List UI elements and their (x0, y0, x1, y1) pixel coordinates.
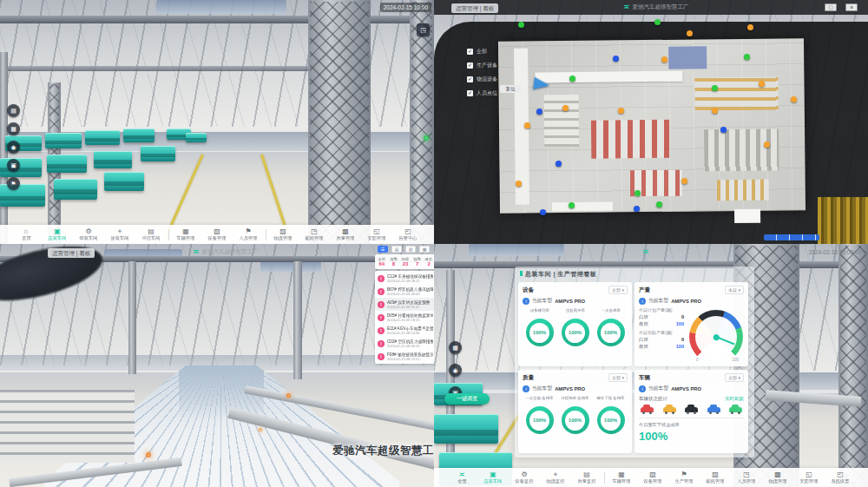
status-marker[interactable] (764, 141, 770, 148)
alarm-list-item[interactable]: ! D05# 拧紧枪扭矩数据异常 2024-02-15 09:18:25 (375, 311, 434, 324)
toolbar-item[interactable]: ▤ 质量监控 (573, 469, 602, 486)
status-marker[interactable] (536, 109, 542, 115)
layer-legend-row[interactable]: ✓ 物流设备 (467, 76, 497, 83)
toolbar-item[interactable] (168, 229, 169, 240)
viewport-plant-map[interactable]: 运营管理 | 看板 ≍ 爱驰汽车超级智慧工厂 ▢ ≡ ✓ 全部 ✓ 生产设备 (434, 0, 868, 244)
toolbar-item[interactable]: ◳ 人员管理 (733, 469, 761, 486)
status-marker[interactable] (712, 108, 718, 114)
agv-unit[interactable] (45, 133, 82, 148)
toolbar-item[interactable]: ≍ 全景 (448, 469, 477, 486)
corner-widget-button[interactable]: ◳ (417, 23, 430, 36)
camera-reset-button[interactable]: 复位 (500, 85, 521, 93)
toolbar-item[interactable]: ▧ 设备管理 (639, 469, 667, 486)
checkbox-checked-icon[interactable]: ✓ (467, 76, 473, 82)
car-icon[interactable] (707, 407, 720, 412)
toolbar-item[interactable]: ▣ 总装车间 (479, 469, 508, 486)
toolbar-item[interactable]: ◱ 安防管理 (363, 226, 391, 243)
status-marker[interactable] (759, 81, 765, 87)
toolbar-item[interactable]: ◳ 能耗管理 (300, 226, 329, 243)
viewport-3d-assembly[interactable]: ▤▦◉▣⚑ 2024-02-15 10:00 ◳ ⌂ 首页 ▣ 总装车间 ⚙ 焊… (0, 0, 434, 244)
toolbar-item[interactable]: ◱ 安防管理 (795, 469, 824, 486)
status-marker[interactable] (618, 108, 624, 114)
alarm-stat-column[interactable]: 报警 8 (388, 256, 400, 267)
toolbar-item[interactable]: ▦ 车辆管理 (608, 469, 636, 486)
toolbar-item[interactable]: ⚑ 人员管理 (234, 226, 263, 243)
alarm-tab[interactable]: ▦ (419, 246, 430, 253)
car-icon[interactable] (641, 407, 654, 412)
alarm-stat-column[interactable]: 全部 64 (376, 256, 388, 267)
alarm-tab[interactable]: ▥ (405, 246, 416, 253)
layer-legend-row[interactable]: ✓ 生产设备 (467, 62, 497, 69)
poi-badge[interactable]: ◉ (449, 364, 462, 377)
toolbar-item[interactable]: ▩ 质量管理 (332, 226, 360, 243)
toolbar-item[interactable]: ▤ 冲压车间 (137, 226, 166, 243)
map-menu-button[interactable]: ≡ (845, 3, 858, 11)
alarm-list-item[interactable]: ! A03# 涂装烘房温度预警 2024-02-15 09:31:47 (375, 298, 434, 311)
toolbar-item[interactable] (266, 229, 266, 240)
status-marker[interactable] (634, 206, 640, 212)
poi-badge[interactable]: ⚑ (7, 177, 20, 190)
status-link[interactable]: 实时刷新 (725, 396, 744, 402)
alarm-list-item[interactable]: ! B07# 焊装机器人通讯故障 2024-02-15 09:46:03 (375, 285, 434, 298)
alarm-list-item[interactable]: ! F08# 输送链润滑系统提示 2024-02-15 08:22:51 (375, 350, 434, 363)
alarm-stat-column[interactable]: 故障 23 (399, 256, 411, 267)
toolbar-item[interactable]: ▨ 能耗管理 (701, 469, 730, 486)
viewport-production-dashboard[interactable]: ▦◉▣ 一键调度 ≍ 2024-02-15 10:00:00 总装车间 | 生产… (434, 244, 868, 487)
poi-badge[interactable]: ▦ (449, 341, 462, 354)
toolbar-item[interactable]: ⌂ 首页 (12, 226, 41, 243)
layer-legend-row[interactable]: ✓ 全部 (467, 48, 497, 56)
status-marker[interactable] (661, 56, 667, 63)
alarm-tab[interactable]: ▤ (391, 246, 402, 253)
agv-unit[interactable] (85, 130, 120, 145)
car-icon[interactable] (729, 407, 742, 412)
agv-dispatch-button[interactable]: 一键调度 (444, 393, 490, 405)
toolbar-item[interactable]: ⌖ 物流监控 (542, 469, 570, 486)
agv-unit[interactable] (434, 414, 498, 444)
agv-unit[interactable] (186, 133, 207, 142)
toolbar-item[interactable] (604, 472, 605, 484)
layer-legend-row[interactable]: ✓ 人员点位 (467, 89, 497, 97)
agv-unit[interactable] (54, 179, 97, 200)
toolbar-item[interactable]: ▣ 总装车间 (43, 226, 72, 243)
toolbar-item[interactable]: ⚑ 生产管理 (670, 469, 699, 486)
agv-unit[interactable] (47, 155, 87, 173)
checkbox-checked-icon[interactable]: ✓ (467, 49, 473, 55)
toolbar-item[interactable]: ◰ 告警中心 (394, 226, 423, 243)
agv-unit[interactable] (94, 151, 132, 168)
player-position-marker[interactable] (533, 77, 550, 91)
status-marker[interactable] (556, 161, 562, 167)
filter-dropdown[interactable]: 全部 ▾ (725, 373, 744, 382)
map-zoom-control[interactable] (764, 234, 819, 240)
toolbar-item[interactable]: ⚙ 设备监控 (510, 469, 539, 486)
alarm-stat-column[interactable]: 预警 7 (411, 256, 424, 267)
plant-map-canvas[interactable] (498, 38, 806, 214)
alarm-list-item[interactable]: ! C12# 车身输送线设备报警 2024-02-15 09:58:12 (375, 272, 434, 285)
poi-badge[interactable]: ▦ (7, 122, 20, 135)
filter-dropdown[interactable]: 全部 ▾ (608, 286, 628, 294)
status-marker[interactable] (562, 105, 569, 111)
poi-badge[interactable]: ▣ (7, 159, 20, 172)
workspace-pill[interactable]: 运营管理 | 看板 (451, 3, 498, 13)
status-marker[interactable] (744, 54, 750, 60)
toolbar-item[interactable]: ⌖ 涂装车间 (106, 226, 135, 243)
toolbar-item[interactable]: ◰ 系统设置 (826, 469, 855, 486)
filter-dropdown[interactable]: 本日 ▾ (725, 286, 744, 294)
poi-badge[interactable]: ▤ (7, 104, 20, 117)
agv-unit[interactable] (141, 146, 175, 161)
checkbox-checked-icon[interactable]: ✓ (467, 63, 473, 69)
toolbar-item[interactable]: ▨ 物流管理 (269, 226, 298, 243)
agv-unit[interactable] (123, 128, 155, 142)
status-marker[interactable] (516, 181, 522, 187)
workspace-pill[interactable]: 运营管理 | 看板 (48, 248, 95, 258)
toolbar-item[interactable]: ⚙ 焊装车间 (75, 226, 103, 243)
status-marker[interactable] (613, 56, 619, 62)
car-icon[interactable] (685, 407, 698, 412)
alarm-list-item[interactable]: ! C02# 空压机压力超限报警 2024-02-15 08:40:19 (375, 337, 434, 350)
agv-unit[interactable] (0, 184, 45, 207)
agv-unit[interactable] (104, 172, 144, 191)
alarm-stat-column[interactable]: 提示 2 (423, 256, 434, 267)
alarm-list-item[interactable]: ! E11# AGV小车电量不足提示 2024-02-15 08:54:36 (375, 324, 434, 337)
toolbar-item[interactable]: ▩ 物流管理 (764, 469, 792, 486)
agv-unit[interactable] (0, 158, 42, 177)
viewport-logistics-corridor[interactable]: 运营管理 | 看板 ≍ 爱驰汽车超级智慧工厂 爱驰汽车超级智慧工厂 ☰▤▥▦ 全… (0, 244, 434, 487)
